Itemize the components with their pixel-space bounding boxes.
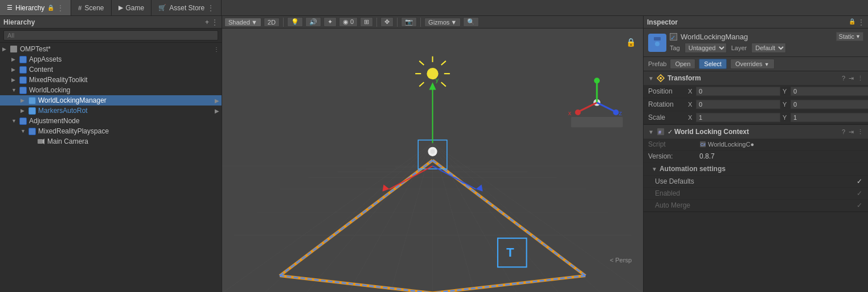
asset-store-menu-icon[interactable]: ⋮ <box>207 4 214 12</box>
wlm-icon <box>27 96 36 105</box>
scale-x-field: X <box>688 113 780 122</box>
use-defaults-label: Use Defaults <box>655 177 855 185</box>
appassets-label: AppAssets <box>29 55 62 63</box>
move-tool[interactable]: ✥ <box>380 17 394 27</box>
inspector-more-icon[interactable]: ⋮ <box>858 18 865 26</box>
rotation-x-input[interactable] <box>696 100 780 109</box>
use-defaults-row: Use Defaults ✓ <box>644 176 868 188</box>
arrow-mrtoolkit: ▶ <box>11 77 18 83</box>
tag-dropdown[interactable]: Untagged <box>685 43 727 53</box>
tree-item-omphtest[interactable]: ▶ OMPTest* ⋮ <box>0 44 222 54</box>
auto-merge-label: Auto Merge <box>655 201 855 209</box>
tree-item-content[interactable]: ▶ Content <box>0 64 222 75</box>
transform-header[interactable]: ▼ Transform ? ⇥ ⋮ <box>644 71 868 85</box>
scale-y-input[interactable] <box>791 113 868 122</box>
tree-item-worldlocking[interactable]: ▼ WorldLocking <box>0 85 222 95</box>
content-icon <box>18 65 27 74</box>
transform-more-icon[interactable]: ⋮ <box>857 75 863 82</box>
transform-snap-icon[interactable]: ⇥ <box>849 75 854 82</box>
2d-toggle[interactable]: 2D <box>264 18 280 27</box>
auto-merge-checkbox[interactable]: ✓ <box>855 201 863 209</box>
content-label: Content <box>29 66 53 74</box>
overrides-arrow: ▼ <box>764 62 769 67</box>
wlc-title: World Locking Context <box>674 128 840 136</box>
open-button[interactable]: Open <box>670 59 695 69</box>
wlc-header[interactable]: ▼ # ✓ World Locking Context ? ⇥ ⋮ <box>644 125 868 139</box>
fx-toggle[interactable]: ✦ <box>324 17 337 27</box>
hierarchy-title: Hierarchy <box>3 18 35 26</box>
object-active-checkbox[interactable]: ✓ <box>670 33 677 40</box>
camera-btn[interactable]: 📷 <box>401 17 417 27</box>
hierarchy-more-icon[interactable]: ⋮ <box>211 18 218 26</box>
overrides-button[interactable]: Overrides ▼ <box>730 59 775 69</box>
tree-item-mrtoolkit[interactable]: ▶ MixedRealityToolkit <box>0 75 222 85</box>
arrow-content: ▶ <box>11 67 18 72</box>
position-x-field: X <box>688 87 780 96</box>
audio-toggle[interactable]: 🔊 <box>305 17 321 27</box>
enabled-checkbox[interactable]: ✓ <box>855 189 863 197</box>
select-button[interactable]: Select <box>699 59 727 69</box>
hierarchy-icon: ☰ <box>7 4 13 11</box>
tab-game[interactable]: ▶ Game <box>112 0 152 15</box>
tab-hierarchy[interactable]: ☰ Hierarchy 🔒 ⋮ <box>0 0 71 15</box>
tree-item-maincamera[interactable]: Main Camera <box>0 136 222 147</box>
tab-asset-store[interactable]: 🛒 Asset Store ⋮ <box>152 0 222 15</box>
viewport-toolbar: Shaded ▼ 2D 💡 🔊 ✦ ◉ 0 ⊞ ✥ 📷 Gizmos ▼ 🔍 <box>222 16 643 29</box>
static-badge[interactable]: Static ▼ <box>836 32 863 41</box>
tree-item-mrplayspace[interactable]: ▼ MixedRealityPlayspace <box>0 126 222 136</box>
mrtoolkit-icon <box>18 75 27 84</box>
viewport-canvas[interactable]: y T T <box>222 29 643 292</box>
mrp-icon <box>27 127 36 136</box>
layer-label: Layer <box>731 44 747 51</box>
rotation-y-input[interactable] <box>791 100 868 109</box>
transform-help-icon[interactable]: ? <box>842 75 845 82</box>
hierarchy-menu-icon[interactable]: ⋮ <box>57 4 64 12</box>
svg-point-34 <box>430 149 435 154</box>
enabled-label: Enabled <box>655 189 855 197</box>
svg-point-59 <box>594 78 600 83</box>
svg-point-67 <box>655 42 660 46</box>
occlusion-toggle[interactable]: ◉ 0 <box>339 17 358 27</box>
hierarchy-search-input[interactable] <box>3 30 218 40</box>
tab-scene[interactable]: # Scene <box>71 0 111 15</box>
tree-item-appassets[interactable]: ▶ AppAssets <box>0 54 222 64</box>
tag-label: Tag <box>670 44 680 51</box>
grid-toggle[interactable]: ⊞ <box>360 17 373 27</box>
svg-point-68 <box>660 77 662 79</box>
omphtest-more-icon[interactable]: ⋮ <box>214 46 219 52</box>
svg-text:#: # <box>658 129 661 135</box>
transform-title: Transform <box>668 74 840 82</box>
lock-icon: 🔒 <box>47 5 54 11</box>
use-defaults-checkbox[interactable]: ✓ <box>855 177 863 185</box>
static-label: Static <box>839 33 855 40</box>
tree-item-markersautorot[interactable]: ▶ MarkersAutoRot ▶ <box>0 106 222 116</box>
auto-merge-row: Auto Merge ✓ <box>644 200 868 212</box>
hierarchy-add-icon[interactable]: + <box>205 18 209 26</box>
search-btn[interactable]: 🔍 <box>463 17 479 27</box>
scale-x-input[interactable] <box>696 113 780 122</box>
automation-header[interactable]: ▼ Automation settings <box>644 163 868 176</box>
wlc-help-icon[interactable]: ? <box>842 128 845 136</box>
position-y-input[interactable] <box>791 87 868 96</box>
transform-icon <box>656 74 665 83</box>
hierarchy-tree: ▶ OMPTest* ⋮ ▶ AppAssets ▶ <box>0 43 222 292</box>
mar-more-icon[interactable]: ▶ <box>215 108 219 114</box>
light-toggle[interactable]: 💡 <box>287 17 303 27</box>
gizmos-btn[interactable]: Gizmos ▼ <box>424 18 461 27</box>
tree-item-worldlockingmanager[interactable]: ▶ WorldLockingManager ▶ <box>0 95 222 106</box>
script-label: Script <box>648 140 699 148</box>
inspector-lock-icon[interactable]: 🔒 <box>849 18 855 26</box>
mar-icon <box>27 106 36 115</box>
wlc-more-icon[interactable]: ⋮ <box>857 128 863 136</box>
shading-dropdown[interactable]: Shaded ▼ <box>224 18 261 27</box>
layer-dropdown[interactable]: Default <box>751 43 786 53</box>
position-x-input[interactable] <box>696 87 780 96</box>
wlc-component-icon: # <box>656 127 665 136</box>
wlm-more-icon[interactable]: ▶ <box>215 98 219 104</box>
rotation-x-field: X <box>688 100 780 109</box>
rotation-fields: X Y Z <box>688 100 868 109</box>
svg-text:🔒: 🔒 <box>626 37 636 47</box>
tree-item-adjustmentnode[interactable]: ▼ AdjustmentNode <box>0 116 222 126</box>
object-header: ✓ WorldLockingManag Static ▼ Tag Untagge… <box>644 29 868 57</box>
wlc-snap-icon[interactable]: ⇥ <box>849 128 854 136</box>
